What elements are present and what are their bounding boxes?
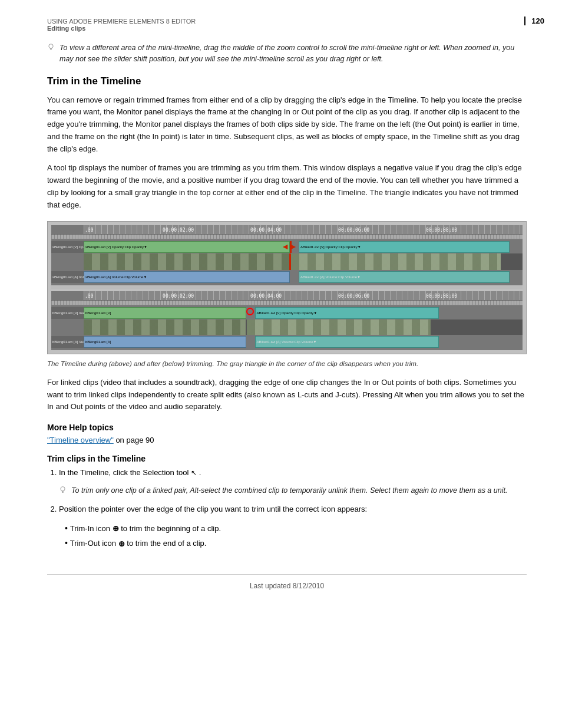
tick-strip-above — [51, 235, 523, 239]
bullet2-suffix: to trim the end of a clip. — [127, 539, 206, 548]
more-help-link-line: "Timeline overview" on page 90 — [47, 436, 527, 444]
trim-out-icon: ⊕ — [118, 538, 125, 551]
svg-point-4 — [61, 487, 65, 491]
clip-bv2: ABiked1.avi [V] Opacity:Clip Opacity▼ — [255, 307, 439, 319]
audio-track-label-b: bBking01.avi [A] Vume▼ — [51, 336, 84, 348]
clip-ba1: bBking01.avi [A] — [84, 336, 246, 348]
step1-text: In the Timeline, click the Selection too… — [59, 468, 189, 477]
tracks-area-above: sBking01.avi [V] Opacity:Clip▼ sBking01.… — [51, 239, 523, 285]
note2-text: To trim only one clip of a linked pair, … — [71, 485, 507, 496]
note1-text: To view a different area of the mini-tim… — [59, 42, 527, 65]
video-track-content-b: bBking01.avi [V] ABiked1.avi [V] Opacity… — [84, 307, 523, 319]
bullet-trim-in: Trim-In icon ⊕ to trim the beginning of … — [65, 522, 527, 536]
video-track-below: bBking01.avi [V] machi▼ bBking01.avi [V]… — [51, 307, 523, 319]
step2-text: Position the pointer over the edge of th… — [59, 505, 367, 513]
audio-track-content-b: bBking01.avi [A] ABiked1.avi [A] Volume:… — [84, 336, 523, 348]
time-label-8: 00;00;08;00 — [426, 228, 457, 233]
trim-in-icon: ⊕ — [113, 522, 119, 535]
thumbnail-strip-below — [84, 319, 523, 335]
time-label-2: 00;00;02;00 — [163, 228, 194, 233]
body-para1: You can remove or regain trimmed frames … — [47, 94, 527, 156]
step1-suffix: . — [199, 468, 201, 477]
bullet2-prefix: Trim-Out icon — [70, 539, 116, 548]
step-1: In the Timeline, click the Selection too… — [59, 467, 527, 479]
time-label-b8: 00;00;08;00 — [426, 294, 457, 299]
timeline-divider — [51, 285, 523, 289]
clip-a1: sBking01.avi [A] Volume:Clip Volume▼ — [84, 271, 290, 283]
svg-point-0 — [49, 44, 53, 48]
audio-track-label: sBking01.avi [A] Volume▼ — [51, 271, 84, 283]
bullet-trim-out: Trim-Out icon ⊕ to trim the end of a cli… — [65, 536, 527, 551]
timeline-image-above: .00 00;00;02;00 00;00;04;00 00;00;06;00 … — [47, 221, 527, 354]
time-label-0: .00 — [85, 228, 93, 233]
clip-v1: sBking01.avi [V] Opacity:Clip Opacity▼ — [84, 241, 290, 253]
clip-ba2: ABiked1.avi [A] Volume:Clip Volume▼ — [255, 336, 439, 348]
timeline-overview-link[interactable]: "Timeline overview" — [47, 436, 114, 444]
note-block-1: To view a different area of the mini-tim… — [47, 42, 527, 65]
audio-track-above: sBking01.avi [A] Volume▼ sBking01.avi [A… — [51, 271, 523, 283]
trim-bullet-list: Trim-In icon ⊕ to trim the beginning of … — [65, 522, 527, 551]
body-para2: A tool tip displays the number of frames… — [47, 162, 527, 211]
clip-bv1: bBking01.avi [V] — [84, 307, 246, 319]
time-label-b4: 00;00;04;00 — [250, 294, 282, 299]
bullet1-prefix: Trim-In icon — [70, 524, 110, 533]
step-2: Position the pointer over the edge of th… — [59, 503, 527, 516]
page-number: 120 — [524, 17, 544, 25]
trim-steps-list-2: Position the pointer over the edge of th… — [59, 503, 527, 516]
video-track-label: sBking01.avi [V] Opacity:Clip▼ — [51, 241, 84, 253]
lightbulb-icon-2 — [59, 486, 67, 493]
timeline-caption: The Timeline during (above) and after (b… — [47, 359, 527, 368]
note-block-2: To trim only one clip of a linked pair, … — [59, 485, 527, 496]
more-help-heading: More Help topics — [47, 423, 527, 432]
time-label-6: 00;00;06;00 — [338, 228, 369, 233]
timeline-ruler-above: .00 00;00;02;00 00;00;04;00 00;00;06;00 … — [51, 225, 523, 235]
trim-circle-below — [246, 308, 254, 315]
lightbulb-icon — [47, 43, 55, 51]
page-footer: Last updated 8/12/2010 — [47, 574, 527, 590]
time-label-b2: 00;00;02;00 — [163, 294, 194, 299]
tracks-area-below: bBking01.avi [V] machi▼ bBking01.avi [V]… — [51, 305, 523, 350]
thumbnail-strip-above — [84, 253, 523, 270]
below-track-wrapper: bBking01.avi [V] machi▼ bBking01.avi [V]… — [51, 307, 523, 348]
time-label-4: 00;00;04;00 — [250, 228, 282, 233]
page-container: 120 USING ADOBE PREMIERE ELEMENTS 8 EDIT… — [0, 0, 562, 728]
clip-a2: ABiked1.avi [A] Volume:Clip Volume▼ — [299, 271, 510, 283]
bullet1-suffix: to trim the beginning of a clip. — [121, 524, 221, 533]
para-linked-clips: For linked clips (video that includes a … — [47, 377, 527, 413]
section-heading-trim-timeline: Trim in the Timeline — [47, 75, 527, 87]
footer-text: Last updated 8/12/2010 — [250, 582, 324, 590]
link-suffix: on page 90 — [114, 436, 154, 444]
header-section: USING ADOBE PREMIERE ELEMENTS 8 EDITOR E… — [47, 18, 527, 32]
video-track-label-b: bBking01.avi [V] machi▼ — [51, 307, 84, 319]
time-label-b6: 00;00;06;00 — [338, 294, 369, 299]
video-track-above: sBking01.avi [V] Opacity:Clip▼ sBking01.… — [51, 241, 523, 253]
clip-v2: ABiked1.avi [V] Opacity:Clip Opacity▼ — [299, 241, 510, 253]
section-title: Editing clips — [47, 25, 527, 32]
selection-tool-icon: ↖ — [191, 467, 197, 479]
tick-strip-below — [51, 301, 523, 305]
trim-clips-heading: Trim clips in the Timeline — [47, 454, 527, 463]
time-label-b0: .00 — [85, 294, 93, 299]
trim-steps-list: In the Timeline, click the Selection too… — [59, 467, 527, 479]
trim-arrow-above: ◄► — [281, 242, 297, 251]
audio-track-below: bBking01.avi [A] Vume▼ bBking01.avi [A] … — [51, 336, 523, 348]
audio-track-content: sBking01.avi [A] Volume:Clip Volume▼ ABi… — [84, 271, 523, 283]
doc-title: USING ADOBE PREMIERE ELEMENTS 8 EDITOR — [47, 18, 527, 25]
timeline-ruler-below: .00 00;00;02;00 00;00;04;00 00;00;06;00 … — [51, 291, 523, 301]
video-track-content: sBking01.avi [V] Opacity:Clip Opacity▼ ◄… — [84, 241, 523, 253]
